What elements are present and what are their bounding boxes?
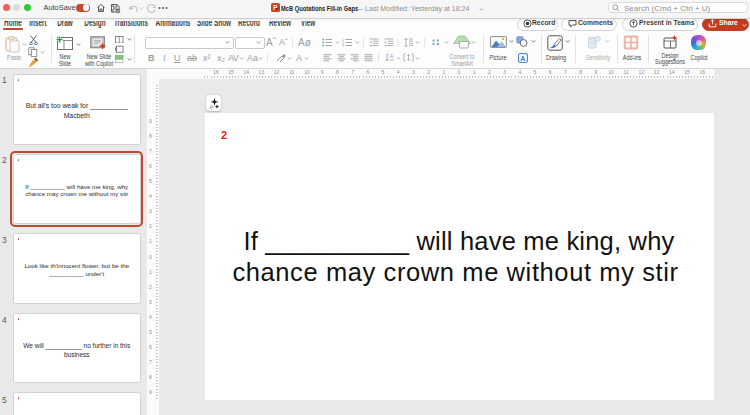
svg-text:P: P <box>273 4 278 11</box>
svg-text:A: A <box>520 55 525 62</box>
svg-text:A: A <box>390 53 394 59</box>
svg-text:3: 3 <box>342 44 344 47</box>
